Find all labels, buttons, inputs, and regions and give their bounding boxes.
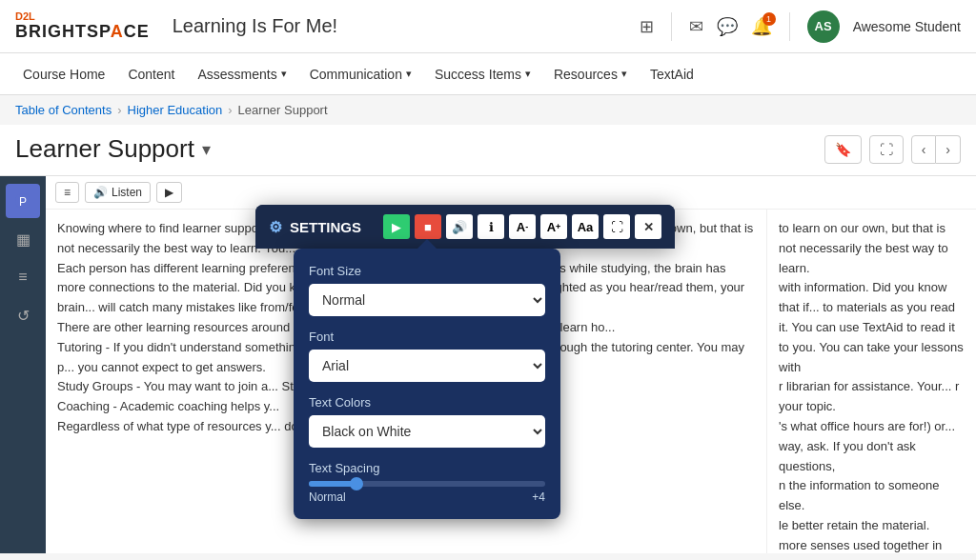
page-title-chevron[interactable]: ▾ <box>202 139 211 160</box>
font-select[interactable]: Arial Verdana Times New Roman <box>309 350 545 382</box>
settings-title: ⚙ SETTINGS <box>269 218 361 236</box>
right-paragraph-4: 's what office hours are for!) or... way… <box>779 417 965 476</box>
nav-resources[interactable]: Resources▾ <box>542 53 639 95</box>
nav-success-items[interactable]: Success Items▾ <box>423 53 542 95</box>
font-label: Font <box>309 330 545 344</box>
nav-bar: Course Home Content Assessments▾ Communi… <box>0 53 976 95</box>
page-header: Learner Support ▾ 🔖 ⛶ ‹ › <box>0 125 976 176</box>
nav-content[interactable]: Content <box>116 53 186 95</box>
right-paragraph-7: more senses used together in studying <box>779 536 965 553</box>
breadcrumb-sep-2: › <box>228 103 232 117</box>
divider-1 <box>671 12 672 41</box>
divider-2 <box>789 12 790 41</box>
nav-course-home[interactable]: Course Home <box>11 53 116 95</box>
header-right: ⊞ ✉ 💬 🔔 1 AS Awesome Student <box>640 10 961 43</box>
listen-button[interactable]: 🔊 Listen <box>85 182 151 203</box>
text-colors-label: Text Colors <box>309 395 545 410</box>
grid-icon[interactable]: ⊞ <box>640 16 654 37</box>
notification-badge: 1 <box>762 12 776 26</box>
nav-textaid[interactable]: TextAid <box>639 53 705 95</box>
page-header-actions: 🔖 ⛶ ‹ › <box>824 135 961 164</box>
settings-gear-icon: ⚙ <box>269 218 282 236</box>
left-panel: P ▦ ≡ ↺ <box>0 176 46 553</box>
speaker-icon: 🔊 <box>93 186 108 199</box>
breadcrumb-higher-education[interactable]: Higher Education <box>128 103 223 117</box>
fullscreen-button[interactable]: ⛶ <box>603 214 630 239</box>
bell-icon[interactable]: 🔔 1 <box>751 16 772 37</box>
right-paragraph-5: n the information to someone else. <box>779 476 965 516</box>
text-spacing-slider-container: Normal +4 <box>309 481 545 504</box>
logo-area[interactable]: D2L BRIGHTSPACE <box>15 10 150 42</box>
slider-labels: Normal +4 <box>309 490 545 504</box>
avatar[interactable]: AS <box>807 10 840 43</box>
font-decrease-button[interactable]: A- <box>509 214 536 239</box>
volume-button[interactable]: 🔊 <box>446 214 473 239</box>
font-size-select[interactable]: Normal Large X-Large <box>309 284 545 316</box>
d2l-logo: D2L BRIGHTSPACE <box>15 10 150 42</box>
panel-textaid-icon[interactable]: P <box>6 184 40 218</box>
close-button[interactable]: ✕ <box>635 214 661 239</box>
page-title: Learner Support ▾ <box>15 134 211 164</box>
breadcrumb-current: Learner Support <box>238 103 328 117</box>
right-paragraph-6: le better retain the material. <box>779 516 965 536</box>
toolbar-next-btn[interactable]: ▶ <box>156 182 182 203</box>
right-paragraph-3: r librarian for assistance. Your... r yo… <box>779 377 965 417</box>
text-spacing-label: Text Spacing <box>309 461 545 475</box>
breadcrumb-sep-1: › <box>117 103 121 117</box>
username: Awesome Student <box>853 19 961 34</box>
toolbar-list-btn[interactable]: ≡ <box>55 182 79 203</box>
nav-assessments[interactable]: Assessments▾ <box>186 53 297 95</box>
play-button[interactable]: ▶ <box>383 214 410 239</box>
content-area: P ▦ ≡ ↺ ≡ 🔊 Listen ▶ Knowing where to fi… <box>0 176 976 553</box>
svg-text:P: P <box>19 195 27 209</box>
d2l-text: D2L <box>15 10 35 22</box>
stop-button[interactable]: ■ <box>415 214 441 239</box>
next-button[interactable]: › <box>936 135 961 164</box>
nav-arrows: ‹ › <box>911 135 961 164</box>
main-content: ≡ 🔊 Listen ▶ Knowing where to find learn… <box>46 176 976 553</box>
slider-max-label: +4 <box>532 490 545 504</box>
slider-min-label: Normal <box>309 490 346 504</box>
info-button[interactable]: ℹ <box>478 214 504 239</box>
settings-overlay: ⚙ SETTINGS ▶ ■ 🔊 ℹ A- A+ Aa ⛶ ✕ Font Siz… <box>255 205 675 249</box>
prev-button[interactable]: ‹ <box>911 135 937 164</box>
bookmark-button[interactable]: 🔖 <box>824 135 862 164</box>
settings-toolbar: ▶ ■ 🔊 ℹ A- A+ Aa ⛶ ✕ <box>383 214 661 239</box>
settings-header: ⚙ SETTINGS ▶ ■ 🔊 ℹ A- A+ Aa ⛶ ✕ <box>255 205 675 249</box>
panel-lines-icon[interactable]: ≡ <box>6 260 40 294</box>
right-paragraph-2: with information. Did you know that if..… <box>779 278 965 377</box>
course-title: Learning Is For Me! <box>173 15 337 37</box>
nav-communication[interactable]: Communication▾ <box>298 53 423 95</box>
font-increase-button[interactable]: A+ <box>540 214 567 239</box>
dropdown-panel: Font Size Normal Large X-Large Font Aria… <box>294 249 560 519</box>
logo-dot: A <box>111 22 124 41</box>
font-reset-button[interactable]: Aa <box>572 214 599 239</box>
header: D2L BRIGHTSPACE Learning Is For Me! ⊞ ✉ … <box>0 0 976 53</box>
right-paragraph-1: to learn on our own, but that is not nec… <box>779 219 965 278</box>
mail-icon[interactable]: ✉ <box>689 16 703 37</box>
panel-grid-icon[interactable]: ▦ <box>6 222 40 256</box>
text-colors-select[interactable]: Black on White White on Black Yellow on … <box>309 415 545 448</box>
expand-button[interactable]: ⛶ <box>869 135 904 164</box>
chat-icon[interactable]: 💬 <box>717 16 738 37</box>
breadcrumb-table-of-contents[interactable]: Table of Contents <box>15 103 112 117</box>
content-right: to learn on our own, but that is not nec… <box>766 210 976 553</box>
font-size-label: Font Size <box>309 264 545 278</box>
panel-undo-icon[interactable]: ↺ <box>6 298 40 332</box>
brightspace-text: BRIGHTSPACE <box>15 22 150 42</box>
slider-track <box>309 481 545 487</box>
breadcrumb: Table of Contents › Higher Education › L… <box>0 95 976 125</box>
slider-thumb[interactable] <box>350 477 363 490</box>
